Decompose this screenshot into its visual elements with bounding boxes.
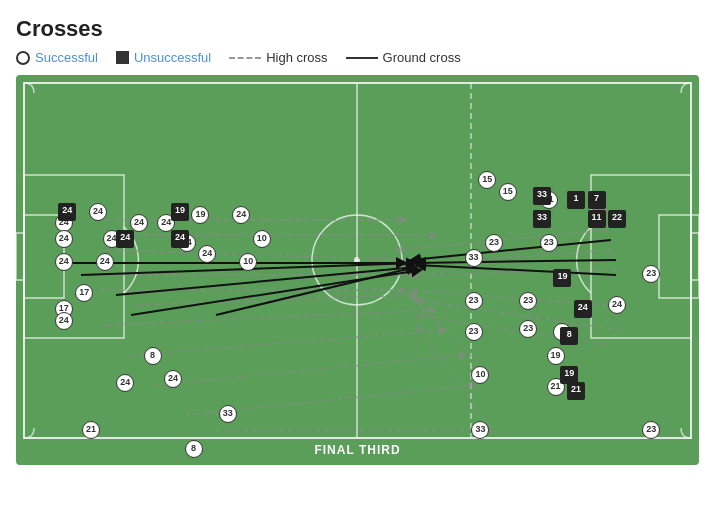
player-circle-marker: 15 (499, 183, 517, 201)
player-circle-marker: 33 (465, 249, 483, 267)
high-cross-icon (229, 57, 261, 59)
player-circle-marker: 24 (116, 374, 134, 392)
pitch-markings (16, 75, 699, 465)
svg-rect-9 (691, 233, 699, 280)
svg-line-34 (216, 267, 416, 315)
successful-label: Successful (35, 50, 98, 65)
player-circle-marker: 23 (519, 320, 537, 338)
player-circle-marker: 33 (219, 405, 237, 423)
pitch: 2424242424242417172482424218333310241024… (16, 75, 699, 465)
player-circle-marker: 15 (478, 171, 496, 189)
ground-cross-label: Ground cross (383, 50, 461, 65)
player-circle-marker: 23 (642, 265, 660, 283)
legend-unsuccessful: Unsuccessful (116, 50, 211, 65)
player-square-marker: 8 (560, 327, 578, 345)
player-circle-marker: 24 (55, 312, 73, 330)
chart-title: Crosses (16, 16, 699, 42)
unsuccessful-label: Unsuccessful (134, 50, 211, 65)
player-circle-marker: 10 (253, 230, 271, 248)
successful-icon (16, 51, 30, 65)
player-square-marker: 1 (567, 191, 585, 209)
high-cross-label: High cross (266, 50, 327, 65)
player-circle-marker: 24 (55, 253, 73, 271)
legend-successful: Successful (16, 50, 98, 65)
player-circle-marker: 23 (465, 292, 483, 310)
player-circle-marker: 24 (608, 296, 626, 314)
player-square-marker: 24 (116, 230, 134, 248)
svg-line-17 (106, 310, 436, 325)
player-square-marker: 7 (588, 191, 606, 209)
unsuccessful-icon (116, 51, 129, 64)
player-square-marker: 22 (608, 210, 626, 228)
ground-cross-icon (346, 57, 378, 59)
svg-rect-8 (659, 215, 699, 298)
final-third-label: FINAL THIRD (314, 443, 400, 457)
player-square-marker: 24 (574, 300, 592, 318)
player-circle-marker: 24 (198, 245, 216, 263)
player-circle-marker: 24 (164, 370, 182, 388)
player-circle-marker: 24 (96, 253, 114, 271)
player-square-marker: 21 (567, 382, 585, 400)
legend-ground-cross: Ground cross (346, 50, 461, 65)
player-circle-marker: 10 (471, 366, 489, 384)
svg-line-19 (156, 355, 466, 385)
player-circle-marker: 23 (642, 421, 660, 439)
player-square-marker: 24 (171, 230, 189, 248)
player-circle-marker: 8 (144, 347, 162, 365)
player-square-marker: 33 (533, 210, 551, 228)
player-circle-marker: 19 (191, 206, 209, 224)
svg-line-18 (131, 330, 446, 355)
svg-line-13 (106, 250, 416, 260)
player-circle-marker: 17 (75, 284, 93, 302)
player-square-marker: 11 (588, 210, 606, 228)
player-circle-marker: 8 (185, 440, 203, 458)
player-square-marker: 19 (553, 269, 571, 287)
player-circle-marker: 23 (485, 234, 503, 252)
player-square-marker: 33 (533, 187, 551, 205)
svg-rect-6 (16, 233, 24, 280)
player-circle-marker: 33 (471, 421, 489, 439)
legend-high-cross: High cross (229, 50, 327, 65)
player-square-marker: 24 (58, 203, 76, 221)
player-circle-marker: 24 (89, 203, 107, 221)
player-circle-marker: 23 (465, 323, 483, 341)
player-circle-marker: 24 (232, 206, 250, 224)
player-circle-marker: 21 (82, 421, 100, 439)
player-circle-marker: 23 (540, 234, 558, 252)
svg-rect-7 (591, 175, 691, 338)
player-circle-marker: 19 (547, 347, 565, 365)
player-circle-marker: 23 (519, 292, 537, 310)
player-square-marker: 19 (171, 203, 189, 221)
player-circle-marker: 24 (55, 230, 73, 248)
player-circle-marker: 10 (239, 253, 257, 271)
legend: Successful Unsuccessful High cross Groun… (16, 50, 699, 65)
